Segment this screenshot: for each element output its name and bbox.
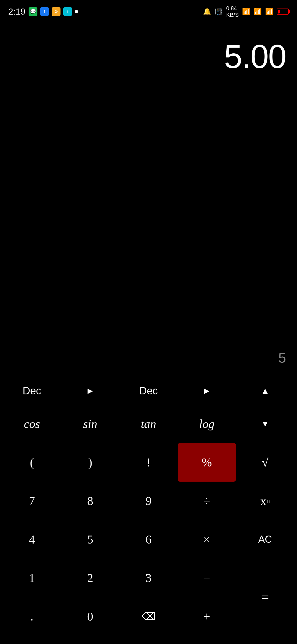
notification-dot xyxy=(75,10,78,13)
status-bar: 2:19 💬 f ⚙ i 🔔 📳 0.84KB/S 📶 📶 📶 xyxy=(0,0,297,21)
sqrt-button[interactable]: √ xyxy=(236,443,294,482)
signal-icon-1: 📶 xyxy=(254,8,262,15)
multiply-button[interactable]: × xyxy=(178,520,236,559)
status-time: 2:19 xyxy=(8,7,25,17)
special-row: ( ) ! % √ xyxy=(3,443,294,482)
vibrate-icon: 📳 xyxy=(215,8,223,15)
sin-button[interactable]: sin xyxy=(61,405,119,443)
row-123: 1 2 3 − xyxy=(3,559,236,597)
from-base-button[interactable]: Dec xyxy=(3,372,61,410)
three-button[interactable]: 3 xyxy=(119,559,178,597)
row-456: 4 5 6 × AC xyxy=(3,520,294,559)
five-button[interactable]: 5 xyxy=(61,520,119,559)
decimal-button[interactable]: . xyxy=(3,597,61,636)
cos-button[interactable]: cos xyxy=(3,405,61,443)
percent-button[interactable]: % xyxy=(178,443,236,482)
one-button[interactable]: 1 xyxy=(3,559,61,597)
keyboard: Dec ► Dec ► ▲ cos sin tan log ▼ ( ) ! % … xyxy=(0,377,297,644)
six-button[interactable]: 6 xyxy=(119,520,178,559)
zero-button[interactable]: 0 xyxy=(61,597,119,636)
two-button[interactable]: 2 xyxy=(61,559,119,597)
divide-button[interactable]: ÷ xyxy=(178,482,236,520)
equals-column: = xyxy=(236,559,294,636)
display-area: 5.00 5 xyxy=(0,21,297,377)
wifi-icon: 📶 xyxy=(242,8,250,15)
app-icon-1: 💬 xyxy=(29,7,37,16)
nine-button[interactable]: 9 xyxy=(119,482,178,520)
power-button[interactable]: xn xyxy=(236,482,294,520)
app-icon-4: i xyxy=(63,7,72,16)
log-button[interactable]: log xyxy=(178,405,236,443)
to-arrow-button[interactable]: ► xyxy=(178,372,236,410)
eight-button[interactable]: 8 xyxy=(61,482,119,520)
row-0dot: . 0 ⌫ + xyxy=(3,597,236,636)
arrow-up-button[interactable]: ▲ xyxy=(236,372,294,410)
minus-button[interactable]: − xyxy=(178,559,236,597)
sub-display: 5 xyxy=(11,350,286,372)
status-icons: 💬 f ⚙ i xyxy=(29,7,78,16)
tan-button[interactable]: tan xyxy=(119,405,178,443)
plus-button[interactable]: + xyxy=(178,597,236,636)
bell-icon: 🔔 xyxy=(203,8,211,15)
open-paren-button[interactable]: ( xyxy=(3,443,61,482)
four-button[interactable]: 4 xyxy=(3,520,61,559)
close-paren-button[interactable]: ) xyxy=(61,443,119,482)
clear-button[interactable]: AC xyxy=(236,520,294,559)
left-keys: 1 2 3 − . 0 ⌫ + xyxy=(3,559,236,636)
converter-row: Dec ► Dec ► ▲ xyxy=(3,377,294,405)
trig-row: cos sin tan log ▼ xyxy=(3,405,294,443)
from-arrow-button[interactable]: ► xyxy=(61,372,119,410)
backspace-button[interactable]: ⌫ xyxy=(119,597,178,636)
seven-button[interactable]: 7 xyxy=(3,482,61,520)
battery-icon xyxy=(277,9,289,15)
equals-button[interactable]: = xyxy=(236,559,294,636)
to-base-button[interactable]: Dec xyxy=(119,372,178,410)
row-789: 7 8 9 ÷ xn xyxy=(3,482,294,520)
signal-icon-2: 📶 xyxy=(265,8,273,15)
network-speed: 0.84KB/S xyxy=(226,5,239,18)
status-right: 🔔 📳 0.84KB/S 📶 📶 📶 xyxy=(203,5,289,18)
main-display: 5.00 xyxy=(11,37,286,75)
arrow-down-button[interactable]: ▼ xyxy=(236,405,294,443)
factorial-button[interactable]: ! xyxy=(119,443,178,482)
app-icon-3: ⚙ xyxy=(52,7,61,16)
row-123-equals: 1 2 3 − . 0 ⌫ + = xyxy=(3,559,294,636)
app-icon-2: f xyxy=(40,7,49,16)
status-left: 2:19 💬 f ⚙ i xyxy=(8,7,78,17)
